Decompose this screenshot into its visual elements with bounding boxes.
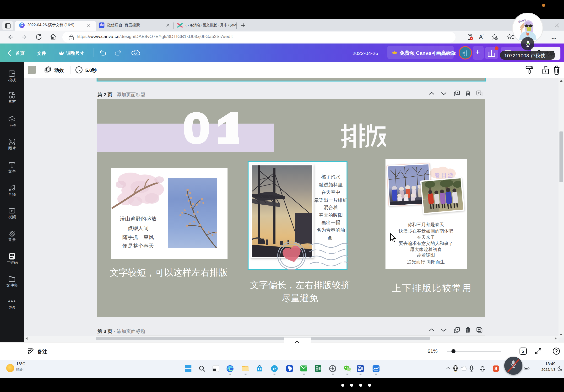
svg-text:e: e — [273, 366, 275, 371]
